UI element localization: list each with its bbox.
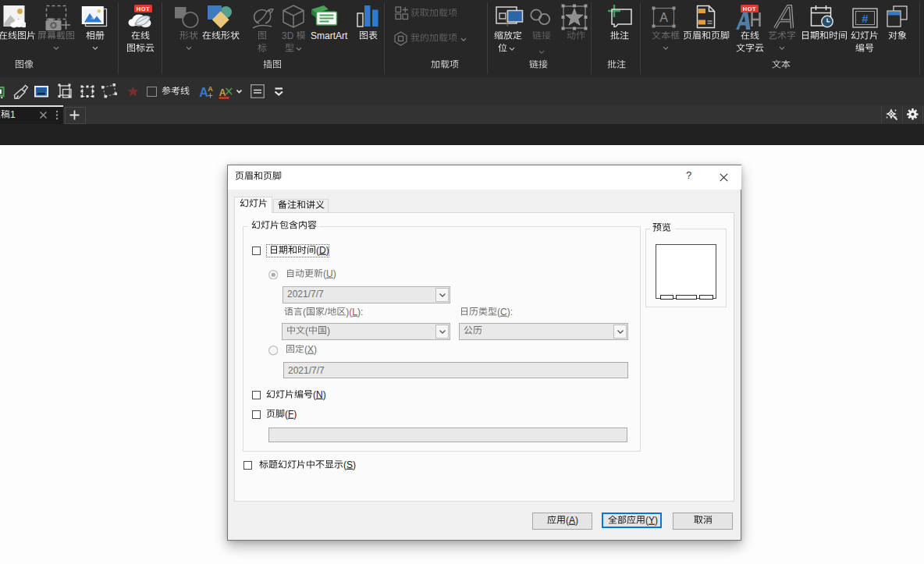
svg-text:(N): (N) <box>313 390 326 400</box>
svg-text:(X): (X) <box>304 345 317 355</box>
svg-text:(D): (D) <box>316 246 329 256</box>
svg-text:HOT: HOT <box>136 5 149 12</box>
svg-text:3D: 3D <box>282 31 297 41</box>
svg-text:(U): (U) <box>323 269 336 279</box>
svg-text:SmartArt: SmartArt <box>311 31 348 41</box>
svg-text:)(L):: )(L): <box>346 307 363 317</box>
svg-text:A: A <box>659 11 668 24</box>
svg-text:(C):: (C): <box>497 307 513 317</box>
svg-text:(Y): (Y) <box>645 516 658 526</box>
svg-text:(: ( <box>305 326 308 336</box>
svg-text:(F): (F) <box>285 410 297 420</box>
svg-text:(: ( <box>303 307 306 317</box>
svg-text:(A): (A) <box>566 516 578 526</box>
svg-text:(S): (S) <box>343 460 356 470</box>
svg-text:?: ? <box>686 171 691 181</box>
svg-text:2021/7/7: 2021/7/7 <box>288 366 325 376</box>
svg-text:#: # <box>862 12 869 25</box>
svg-text:/: / <box>325 307 328 317</box>
svg-text:A: A <box>208 85 213 93</box>
svg-text:HOT: HOT <box>743 5 756 12</box>
svg-text:A: A <box>219 87 226 98</box>
svg-text:2021/7/7: 2021/7/7 <box>287 289 324 300</box>
svg-text:): ) <box>327 326 330 336</box>
svg-text:1: 1 <box>10 110 16 120</box>
